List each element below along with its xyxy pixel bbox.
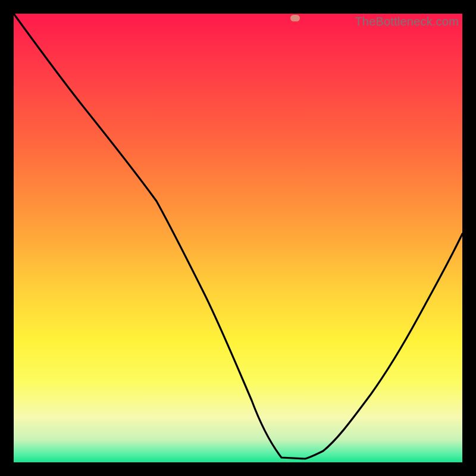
bottleneck-curve bbox=[14, 14, 462, 462]
curve-path bbox=[14, 14, 462, 459]
chart-plot-area: TheBottleneck.com bbox=[14, 14, 462, 462]
optimal-point-marker bbox=[290, 15, 300, 21]
chart-frame: TheBottleneck.com bbox=[0, 0, 476, 476]
